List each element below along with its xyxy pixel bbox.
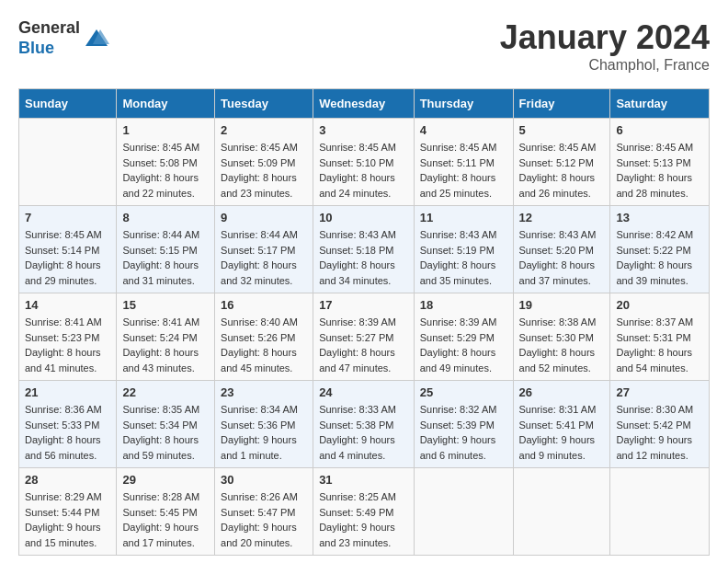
day-detail: Sunrise: 8:39 AMSunset: 5:29 PMDaylight:… — [420, 315, 507, 375]
calendar-body: 1Sunrise: 8:45 AMSunset: 5:08 PMDaylight… — [19, 119, 710, 556]
day-number: 2 — [221, 123, 307, 137]
day-detail: Sunrise: 8:25 AMSunset: 5:49 PMDaylight:… — [319, 489, 408, 550]
calendar-day-cell: 3Sunrise: 8:45 AMSunset: 5:10 PMDaylight… — [313, 119, 415, 206]
day-header: Wednesday — [313, 89, 415, 119]
day-header: Thursday — [414, 89, 513, 119]
logo-blue: Blue — [18, 39, 80, 59]
day-detail: Sunrise: 8:37 AMSunset: 5:31 PMDaylight:… — [616, 315, 703, 375]
calendar-day-cell: 19Sunrise: 8:38 AMSunset: 5:30 PMDayligh… — [513, 293, 610, 381]
day-detail: Sunrise: 8:45 AMSunset: 5:11 PMDaylight:… — [420, 140, 507, 201]
calendar-day-cell: 26Sunrise: 8:31 AMSunset: 5:41 PMDayligh… — [513, 381, 610, 468]
calendar-day-cell: 14Sunrise: 8:41 AMSunset: 5:23 PMDayligh… — [19, 293, 117, 381]
title-section: January 2024 Champhol, France — [500, 18, 710, 74]
calendar-day-cell: 21Sunrise: 8:36 AMSunset: 5:33 PMDayligh… — [19, 381, 117, 468]
day-header: Monday — [117, 89, 215, 119]
day-detail: Sunrise: 8:43 AMSunset: 5:19 PMDaylight:… — [420, 227, 507, 288]
month-title: January 2024 — [500, 18, 710, 57]
calendar-day-cell: 28Sunrise: 8:29 AMSunset: 5:44 PMDayligh… — [19, 468, 117, 556]
day-number: 27 — [616, 385, 703, 399]
logo-general: General — [18, 18, 80, 39]
day-number: 18 — [420, 298, 507, 312]
day-detail: Sunrise: 8:40 AMSunset: 5:26 PMDaylight:… — [221, 315, 307, 375]
day-number: 4 — [420, 123, 507, 137]
day-detail: Sunrise: 8:28 AMSunset: 5:45 PMDaylight:… — [122, 489, 209, 550]
day-detail: Sunrise: 8:45 AMSunset: 5:13 PMDaylight:… — [616, 140, 703, 201]
calendar-day-cell: 9Sunrise: 8:44 AMSunset: 5:17 PMDaylight… — [215, 206, 313, 293]
day-detail: Sunrise: 8:31 AMSunset: 5:41 PMDaylight:… — [519, 402, 605, 463]
day-header: Sunday — [19, 89, 117, 119]
calendar-day-cell: 10Sunrise: 8:43 AMSunset: 5:18 PMDayligh… — [313, 206, 415, 293]
calendar-day-cell: 31Sunrise: 8:25 AMSunset: 5:49 PMDayligh… — [313, 468, 415, 556]
day-number: 31 — [319, 473, 408, 487]
header-row: SundayMondayTuesdayWednesdayThursdayFrid… — [19, 89, 710, 119]
day-number: 1 — [122, 123, 209, 137]
calendar-day-cell: 23Sunrise: 8:34 AMSunset: 5:36 PMDayligh… — [215, 381, 313, 468]
day-number: 15 — [122, 298, 209, 312]
day-detail: Sunrise: 8:30 AMSunset: 5:42 PMDaylight:… — [616, 402, 703, 463]
day-number: 14 — [25, 298, 110, 312]
calendar-day-cell: 4Sunrise: 8:45 AMSunset: 5:11 PMDaylight… — [414, 119, 513, 206]
day-detail: Sunrise: 8:45 AMSunset: 5:14 PMDaylight:… — [25, 227, 110, 288]
day-detail: Sunrise: 8:26 AMSunset: 5:47 PMDaylight:… — [221, 489, 307, 550]
calendar-day-cell: 27Sunrise: 8:30 AMSunset: 5:42 PMDayligh… — [610, 381, 710, 468]
day-number: 24 — [319, 385, 408, 399]
day-number: 6 — [616, 123, 703, 137]
day-detail: Sunrise: 8:45 AMSunset: 5:12 PMDaylight:… — [519, 140, 605, 201]
day-detail: Sunrise: 8:36 AMSunset: 5:33 PMDaylight:… — [25, 402, 110, 463]
calendar-day-cell: 11Sunrise: 8:43 AMSunset: 5:19 PMDayligh… — [414, 206, 513, 293]
day-detail: Sunrise: 8:44 AMSunset: 5:17 PMDaylight:… — [221, 227, 307, 288]
day-detail: Sunrise: 8:45 AMSunset: 5:09 PMDaylight:… — [221, 140, 307, 201]
calendar-day-cell — [19, 119, 117, 206]
day-detail: Sunrise: 8:32 AMSunset: 5:39 PMDaylight:… — [420, 402, 507, 463]
calendar-day-cell: 15Sunrise: 8:41 AMSunset: 5:24 PMDayligh… — [117, 293, 215, 381]
day-number: 23 — [221, 385, 307, 399]
day-number: 28 — [25, 473, 110, 487]
calendar-day-cell: 7Sunrise: 8:45 AMSunset: 5:14 PMDaylight… — [19, 206, 117, 293]
day-detail: Sunrise: 8:39 AMSunset: 5:27 PMDaylight:… — [319, 315, 408, 375]
calendar-day-cell: 5Sunrise: 8:45 AMSunset: 5:12 PMDaylight… — [513, 119, 610, 206]
day-detail: Sunrise: 8:45 AMSunset: 5:08 PMDaylight:… — [122, 140, 209, 201]
day-detail: Sunrise: 8:42 AMSunset: 5:22 PMDaylight:… — [616, 227, 703, 288]
calendar-header: SundayMondayTuesdayWednesdayThursdayFrid… — [19, 89, 710, 119]
day-number: 30 — [221, 473, 307, 487]
calendar-day-cell — [414, 468, 513, 556]
calendar-day-cell: 17Sunrise: 8:39 AMSunset: 5:27 PMDayligh… — [313, 293, 415, 381]
day-number: 5 — [519, 123, 605, 137]
calendar-day-cell: 20Sunrise: 8:37 AMSunset: 5:31 PMDayligh… — [610, 293, 710, 381]
day-number: 10 — [319, 211, 408, 224]
day-detail: Sunrise: 8:41 AMSunset: 5:24 PMDaylight:… — [122, 315, 209, 375]
day-number: 3 — [319, 123, 408, 137]
calendar-week-row: 1Sunrise: 8:45 AMSunset: 5:08 PMDaylight… — [19, 119, 710, 206]
calendar-week-row: 21Sunrise: 8:36 AMSunset: 5:33 PMDayligh… — [19, 381, 710, 468]
calendar-week-row: 14Sunrise: 8:41 AMSunset: 5:23 PMDayligh… — [19, 293, 710, 381]
day-number: 21 — [25, 385, 110, 399]
day-detail: Sunrise: 8:43 AMSunset: 5:18 PMDaylight:… — [319, 227, 408, 288]
location: Champhol, France — [500, 57, 710, 74]
day-number: 12 — [519, 211, 605, 224]
day-number: 17 — [319, 298, 408, 312]
day-number: 11 — [420, 211, 507, 224]
day-number: 16 — [221, 298, 307, 312]
day-detail: Sunrise: 8:41 AMSunset: 5:23 PMDaylight:… — [25, 315, 110, 375]
calendar-day-cell: 24Sunrise: 8:33 AMSunset: 5:38 PMDayligh… — [313, 381, 415, 468]
day-detail: Sunrise: 8:35 AMSunset: 5:34 PMDaylight:… — [122, 402, 209, 463]
logo-icon — [84, 26, 109, 52]
calendar-day-cell — [610, 468, 710, 556]
day-number: 25 — [420, 385, 507, 399]
calendar-day-cell: 18Sunrise: 8:39 AMSunset: 5:29 PMDayligh… — [414, 293, 513, 381]
day-number: 29 — [122, 473, 209, 487]
calendar-day-cell: 25Sunrise: 8:32 AMSunset: 5:39 PMDayligh… — [414, 381, 513, 468]
day-number: 20 — [616, 298, 703, 312]
day-number: 8 — [122, 211, 209, 224]
calendar-day-cell: 16Sunrise: 8:40 AMSunset: 5:26 PMDayligh… — [215, 293, 313, 381]
day-detail: Sunrise: 8:34 AMSunset: 5:36 PMDaylight:… — [221, 402, 307, 463]
day-header: Saturday — [610, 89, 710, 119]
calendar-day-cell — [513, 468, 610, 556]
calendar-day-cell: 6Sunrise: 8:45 AMSunset: 5:13 PMDaylight… — [610, 119, 710, 206]
day-detail: Sunrise: 8:33 AMSunset: 5:38 PMDaylight:… — [319, 402, 408, 463]
calendar-day-cell: 29Sunrise: 8:28 AMSunset: 5:45 PMDayligh… — [117, 468, 215, 556]
day-number: 7 — [25, 211, 110, 224]
day-number: 9 — [221, 211, 307, 224]
day-number: 19 — [519, 298, 605, 312]
calendar-day-cell: 30Sunrise: 8:26 AMSunset: 5:47 PMDayligh… — [215, 468, 313, 556]
